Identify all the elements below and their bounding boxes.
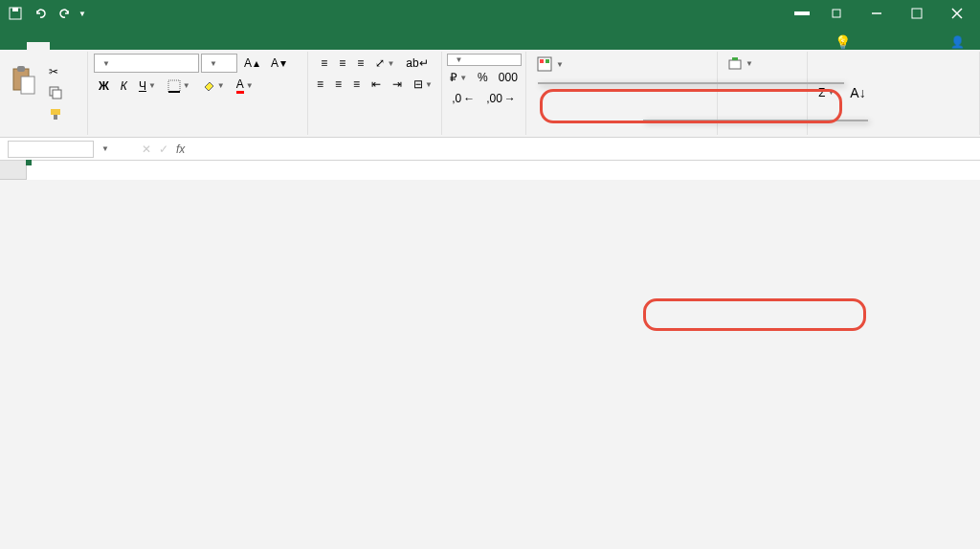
conditional-formatting-button[interactable]: ▼ — [532, 54, 568, 75]
sum-button[interactable]: Σ▼ — [813, 83, 839, 102]
cut-icon: ✂ — [49, 65, 58, 78]
orientation-button[interactable]: ⤢▼ — [370, 54, 399, 73]
namebox-dropdown-icon[interactable]: ▼ — [101, 144, 109, 153]
qat-dropdown-icon[interactable]: ▼ — [78, 10, 86, 18]
merge-button[interactable]: ⊟▼ — [409, 75, 437, 94]
tab-formulas[interactable] — [96, 42, 119, 50]
tab-review[interactable] — [142, 42, 165, 50]
align-top-button[interactable]: ≡ — [316, 54, 332, 73]
align-center-button[interactable]: ≡ — [330, 75, 346, 94]
ribbon-tabs: 💡 👤 — [0, 27, 980, 50]
conditional-formatting-menu — [538, 82, 844, 84]
ribbon: ✂ ▼ ▼ A▴ A▾ Ж К Ч ▼ ▼ ▼ А▼ — [0, 50, 980, 138]
insert-cells-button[interactable]: ▼ — [724, 54, 758, 73]
copy-button[interactable] — [44, 83, 67, 102]
wrap-text-button[interactable]: ab↵ — [401, 54, 433, 73]
tab-help[interactable] — [188, 42, 211, 50]
svg-rect-2 — [833, 10, 840, 17]
decrease-indent-button[interactable]: ⇤ — [367, 75, 386, 94]
svg-rect-11 — [53, 90, 61, 99]
group-clipboard: ✂ — [0, 52, 88, 135]
redo-icon[interactable] — [54, 2, 77, 25]
tab-view[interactable] — [165, 42, 188, 50]
svg-rect-14 — [168, 80, 180, 92]
increase-decimal-button[interactable]: ,0← — [447, 89, 479, 108]
fill-color-button[interactable]: ▼ — [197, 75, 230, 97]
group-editing: Σ▼ A↓ — [808, 52, 980, 135]
formula-input[interactable] — [189, 147, 980, 151]
svg-rect-4 — [912, 9, 922, 18]
wrap-icon: ab↵ — [406, 56, 428, 70]
highlight-rules-submenu — [643, 120, 868, 121]
name-box[interactable] — [8, 141, 94, 158]
bold-button[interactable]: Ж — [94, 75, 114, 97]
tab-insert[interactable] — [50, 42, 73, 50]
annotation-ring-2 — [643, 298, 866, 331]
svg-rect-18 — [546, 59, 549, 63]
svg-rect-12 — [51, 109, 60, 115]
save-icon[interactable] — [4, 2, 27, 25]
svg-rect-13 — [54, 115, 57, 120]
group-alignment: ≡ ≡ ≡ ⤢▼ ab↵ ≡ ≡ ≡ ⇤ ⇥ ⊟▼ — [308, 52, 442, 135]
align-left-button[interactable]: ≡ — [312, 75, 328, 94]
login-button[interactable] — [794, 11, 810, 15]
svg-rect-20 — [732, 57, 738, 60]
paste-button[interactable] — [6, 61, 40, 124]
select-all-corner[interactable] — [0, 161, 27, 180]
currency-button[interactable]: ₽▼ — [445, 68, 472, 87]
font-size-selector[interactable]: ▼ — [201, 54, 237, 73]
enter-icon[interactable]: ✓ — [155, 143, 172, 156]
percent-button[interactable]: % — [473, 68, 493, 87]
tab-layout[interactable] — [73, 42, 96, 50]
fx-icon[interactable]: fx — [172, 143, 189, 156]
increase-indent-button[interactable]: ⇥ — [388, 75, 407, 94]
tab-data[interactable] — [119, 42, 142, 50]
number-format-selector[interactable]: ▼ — [447, 54, 522, 66]
svg-rect-9 — [21, 77, 34, 94]
group-font: ▼ ▼ A▴ A▾ Ж К Ч ▼ ▼ ▼ А▼ — [88, 52, 308, 135]
quick-access-toolbar: ▼ — [4, 2, 86, 25]
cancel-icon[interactable]: ✕ — [138, 143, 155, 156]
align-right-button[interactable]: ≡ — [348, 75, 365, 94]
decrease-font-button[interactable]: A▾ — [266, 54, 291, 73]
format-painter-button[interactable] — [44, 104, 67, 123]
increase-font-button[interactable]: A▴ — [239, 54, 264, 73]
align-middle-button[interactable]: ≡ — [334, 54, 350, 73]
underline-button[interactable]: Ч ▼ — [134, 75, 161, 97]
ribbon-options-icon[interactable] — [817, 0, 856, 27]
group-cells: ▼ — [718, 52, 808, 135]
border-button[interactable]: ▼ — [163, 75, 195, 97]
decrease-decimal-button[interactable]: ,00→ — [481, 89, 521, 108]
tab-home[interactable] — [27, 42, 50, 50]
close-button[interactable] — [938, 0, 976, 27]
tellme-icon: 💡 — [835, 34, 851, 50]
group-styles: ▼ — [526, 52, 718, 135]
cut-button[interactable]: ✂ — [44, 62, 67, 81]
sort-filter-button[interactable]: A↓ — [845, 82, 870, 103]
svg-rect-1 — [12, 8, 18, 11]
minimize-button[interactable] — [858, 0, 896, 27]
italic-button[interactable]: К — [116, 75, 132, 97]
svg-rect-8 — [17, 66, 25, 72]
maximize-button[interactable] — [898, 0, 936, 27]
font-selector[interactable]: ▼ — [94, 54, 199, 73]
window-controls — [817, 0, 976, 27]
title-bar: ▼ — [0, 0, 980, 27]
comma-button[interactable]: 000 — [494, 68, 523, 87]
row-headers — [0, 161, 27, 180]
selection-box — [27, 161, 31, 165]
share-icon: 👤 — [950, 35, 965, 49]
undo-icon[interactable] — [29, 2, 52, 25]
font-color-button[interactable]: А▼ — [232, 75, 258, 97]
worksheet — [0, 161, 980, 180]
align-bottom-button[interactable]: ≡ — [352, 54, 368, 73]
formula-bar: ▼ ✕ ✓ fx — [0, 138, 980, 161]
svg-rect-19 — [729, 60, 741, 69]
tab-file[interactable] — [4, 42, 27, 50]
svg-rect-17 — [540, 59, 544, 63]
group-number: ▼ ₽▼ % 000 ,0← ,00→ — [442, 52, 526, 135]
